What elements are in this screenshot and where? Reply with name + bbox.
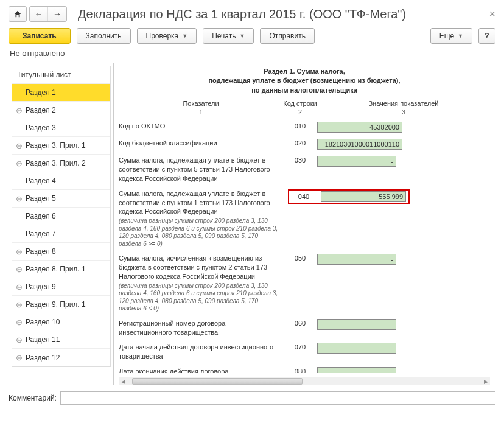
scroll-right-arrow[interactable]: ▶ xyxy=(481,377,490,385)
sidebar-item-label: Раздел 11 xyxy=(26,335,60,344)
row-label: Код по ОКТМО xyxy=(119,122,283,131)
row-value-field[interactable]: 18210301000011000110 xyxy=(317,139,402,150)
nav-back-button[interactable]: ← xyxy=(30,7,48,21)
row-value-field[interactable]: - xyxy=(317,254,396,265)
expand-icon[interactable]: ⊕ xyxy=(16,195,23,203)
check-button[interactable]: Проверка▼ xyxy=(137,28,197,44)
sidebar-item[interactable]: Раздел 6 xyxy=(12,208,110,225)
expand-icon[interactable]: ⊕ xyxy=(16,354,23,362)
sidebar-item-label: Раздел 8. Прил. 1 xyxy=(26,265,86,273)
section-title: Раздел 1. Сумма налога, подлежащая уплат… xyxy=(119,67,490,95)
highlighted-field: 040555 999 xyxy=(288,189,410,204)
sidebar-item-label: Раздел 4 xyxy=(26,177,56,185)
row-note: (величина разницы суммы строк 200 раздел… xyxy=(119,217,279,248)
row-code: 060 xyxy=(283,319,317,327)
horizontal-scrollbar[interactable]: ◀ ▶ xyxy=(119,377,490,385)
row-value-field[interactable]: - xyxy=(317,156,396,167)
section-sidebar: Титульный листРаздел 1⊕Раздел 2Раздел 3⊕… xyxy=(12,66,111,367)
form-row: Сумма налога, подлежащая уплате в бюджет… xyxy=(119,189,490,248)
row-value-field[interactable] xyxy=(317,343,396,354)
scroll-left-arrow[interactable]: ◀ xyxy=(119,377,127,385)
sidebar-item[interactable]: Титульный лист xyxy=(12,66,110,84)
sidebar-item-label: Раздел 2 xyxy=(26,106,56,114)
sidebar-item-label: Раздел 12 xyxy=(26,354,60,362)
sidebar-item[interactable]: ⊕Раздел 8. Прил. 1 xyxy=(12,261,110,278)
form-row: Сумма налога, исчисленная к возмещению и… xyxy=(119,254,490,313)
row-code: 040 xyxy=(292,193,316,200)
record-button[interactable]: Записать xyxy=(9,28,71,44)
expand-icon[interactable]: ⊕ xyxy=(16,318,23,326)
form-row: Регистрационный номер договора инвестици… xyxy=(119,319,490,337)
row-code: 030 xyxy=(283,156,317,164)
caret-down-icon: ▼ xyxy=(182,33,187,39)
column-subheaders: 1 2 3 xyxy=(119,108,490,116)
expand-icon[interactable]: ⊕ xyxy=(16,159,23,167)
print-button[interactable]: Печать▼ xyxy=(203,28,254,44)
caret-down-icon: ▼ xyxy=(239,33,245,39)
form-row: Код по ОКТМО01045382000 xyxy=(119,122,490,133)
sidebar-item-label: Раздел 6 xyxy=(26,212,56,220)
window-title: Декларация по НДС за 1 квартал 2015 г. (… xyxy=(78,7,483,21)
sidebar-item-label: Раздел 1 xyxy=(26,88,56,97)
row-label: Сумма налога, исчисленная к возмещению и… xyxy=(119,254,283,313)
sidebar-item-label: Раздел 9. Прил. 1 xyxy=(26,300,86,309)
sidebar-item[interactable]: ⊕Раздел 2 xyxy=(12,102,110,119)
window-close-button[interactable]: × xyxy=(489,8,495,21)
row-value-field[interactable] xyxy=(317,367,396,373)
sidebar-item[interactable]: Раздел 7 xyxy=(12,225,110,243)
sidebar-item-label: Раздел 9 xyxy=(26,282,56,291)
form-row: Дата окончания действия договора инвести… xyxy=(119,367,490,373)
row-label: Дата начала действия договора инвестицио… xyxy=(119,343,283,361)
sidebar-item[interactable]: ⊕Раздел 5 xyxy=(12,190,110,208)
row-note: (величина разницы суммы строк 200 раздел… xyxy=(119,282,279,313)
send-button[interactable]: Отправить xyxy=(260,28,315,44)
sidebar-item[interactable]: ⊕Раздел 9. Прил. 1 xyxy=(12,296,110,313)
row-value-field[interactable] xyxy=(317,319,396,330)
sidebar-item-label: Раздел 3. Прил. 2 xyxy=(26,159,86,167)
sidebar-item[interactable]: ⊕Раздел 8 xyxy=(12,243,110,261)
sidebar-item-label: Раздел 8 xyxy=(26,247,56,256)
expand-icon[interactable]: ⊕ xyxy=(16,248,23,256)
expand-icon[interactable]: ⊕ xyxy=(16,301,23,309)
row-code: 010 xyxy=(283,122,317,130)
comment-label: Комментарий: xyxy=(9,394,57,402)
row-label: Сумма налога, подлежащая уплате в бюджет… xyxy=(119,156,283,183)
fill-button[interactable]: Заполнить xyxy=(77,28,131,44)
sidebar-item[interactable]: Раздел 4 xyxy=(12,172,110,190)
sidebar-item[interactable]: ⊕Раздел 9 xyxy=(12,278,110,296)
comment-input[interactable] xyxy=(60,391,495,405)
form-row: Дата начала действия договора инвестицио… xyxy=(119,343,490,361)
row-label: Регистрационный номер договора инвестици… xyxy=(119,319,283,337)
more-button[interactable]: Еще▼ xyxy=(430,28,472,44)
row-code: 050 xyxy=(283,254,317,262)
row-label: Код бюджетной классификации xyxy=(119,139,283,148)
row-label: Сумма налога, подлежащая уплате в бюджет… xyxy=(119,189,283,248)
expand-icon[interactable]: ⊕ xyxy=(16,283,23,291)
sidebar-item[interactable]: ⊕Раздел 3. Прил. 2 xyxy=(12,155,110,172)
sidebar-item[interactable]: ⊕Раздел 11 xyxy=(12,331,110,349)
help-button[interactable]: ? xyxy=(478,28,495,44)
sidebar-item[interactable]: ⊕Раздел 12 xyxy=(12,349,110,366)
row-label: Дата окончания действия договора инвести… xyxy=(119,367,283,373)
sidebar-item-label: Раздел 7 xyxy=(26,229,56,238)
expand-icon[interactable]: ⊕ xyxy=(16,107,23,114)
sidebar-item[interactable]: Раздел 3 xyxy=(12,119,110,137)
row-value-field[interactable]: 555 999 xyxy=(321,191,406,202)
expand-icon[interactable]: ⊕ xyxy=(16,142,23,150)
home-button[interactable] xyxy=(9,6,27,22)
expand-icon[interactable]: ⊕ xyxy=(16,265,23,273)
expand-icon[interactable]: ⊕ xyxy=(16,336,23,344)
row-code: 070 xyxy=(283,343,317,351)
row-value-field[interactable]: 45382000 xyxy=(317,122,402,133)
sidebar-item[interactable]: ⊕Раздел 3. Прил. 1 xyxy=(12,137,110,155)
nav-forward-button[interactable]: → xyxy=(48,7,66,21)
sidebar-item[interactable]: ⊕Раздел 10 xyxy=(12,313,110,331)
row-code: 020 xyxy=(283,139,317,147)
column-headers: Показатели Код строки Значения показател… xyxy=(119,100,490,107)
caret-down-icon: ▼ xyxy=(458,33,463,39)
sidebar-item[interactable]: Раздел 1 xyxy=(12,84,110,102)
form-row: Сумма налога, подлежащая уплате в бюджет… xyxy=(119,156,490,183)
sidebar-item-label: Раздел 3 xyxy=(26,124,56,132)
status-text: Не отправлено xyxy=(10,49,495,58)
scroll-thumb[interactable] xyxy=(132,378,303,385)
